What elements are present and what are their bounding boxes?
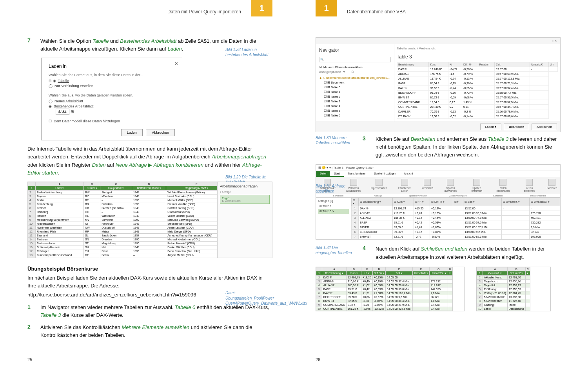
radio-neues-blatt[interactable]: ◯ Neues Arbeitsblatt bbox=[49, 99, 175, 103]
bearbeiten-button[interactable]: Bearbeiten bbox=[504, 124, 529, 130]
navigator-preview: Tabellenansicht Webansicht Table 3 Bezei… bbox=[394, 44, 560, 122]
tree-item[interactable]: ☐ ⊞ Table 4 bbox=[324, 104, 391, 108]
header-title-right: Datenübernahme ohne VBA bbox=[337, 9, 416, 15]
ribbon-item[interactable]: Zeilen beibehalten bbox=[494, 179, 512, 192]
abbrechen-button[interactable]: Abbrechen bbox=[532, 124, 557, 130]
navigator-tree: Navigator 🔍 ☑ Mehrere Elemente auswählen… bbox=[316, 44, 394, 122]
step-number: 7 bbox=[27, 37, 34, 53]
page-number: 26 bbox=[316, 357, 320, 362]
close-icon[interactable]: × bbox=[175, 60, 178, 67]
dialog-laden-in: × Laden in Wählen Sie das Format aus, in… bbox=[41, 58, 182, 140]
ribbon-item[interactable]: Erweiterter Editor bbox=[396, 179, 413, 192]
paragraph-1: Die Internet-Tabelle wird in das Arbeits… bbox=[27, 145, 272, 177]
tree-item[interactable]: ☑ ⊞ Table 0 bbox=[324, 85, 391, 89]
ribbon-item[interactable]: Verwalten bbox=[422, 179, 433, 192]
subhead-boerse: Übungsbeispiel Börsenkurse bbox=[27, 266, 272, 272]
radio-bestehendes[interactable]: ◉ Bestehendes Arbeitsblatt: bbox=[49, 104, 175, 108]
header-title-left: Daten mit Power Query importieren bbox=[158, 9, 251, 15]
ribbon-item[interactable]: Eigenschaften bbox=[371, 179, 387, 192]
tree-item[interactable]: ☑ ⊞ Table 3 bbox=[324, 100, 391, 103]
laden-button[interactable]: Laden bbox=[121, 129, 143, 136]
tree-item[interactable]: ☐ ⊞ Table 5 bbox=[324, 109, 391, 113]
ribbon-item[interactable]: Zeilen entfernen bbox=[521, 179, 538, 192]
tree-item[interactable]: ☐ ⊞ Table 6 bbox=[324, 114, 391, 117]
tab-datei[interactable]: Datei bbox=[316, 171, 330, 177]
tree-url[interactable]: ▲ ⌂ http://kurse.boerse.ard.de/ard/indiz… bbox=[319, 76, 391, 80]
navigator-dialog: ▫ ✕ Navigator 🔍 ☑ Mehrere Elemente auswä… bbox=[316, 37, 561, 132]
checkbox-datenmodell[interactable]: ☐ Dem Datenmodell diese Daten hinzufügen bbox=[49, 119, 175, 123]
tab-start[interactable]: Start bbox=[330, 171, 344, 177]
tab-ansicht[interactable]: Ansicht bbox=[400, 171, 417, 177]
search-input[interactable]: 🔍 bbox=[319, 57, 391, 62]
radio-tabelle[interactable]: ⊞ ◉ Tabelle bbox=[49, 79, 175, 83]
query-table-3[interactable]: ⊞ Table 3 ↖ bbox=[318, 209, 349, 214]
window-controls[interactable]: ▫ ✕ bbox=[552, 39, 557, 43]
step-4-row: Bild 1.32 Die eingefügten Tabellen 4 Nac… bbox=[316, 245, 561, 261]
result-sheets: ABCDEFGH1Bezeichnung ▾Kurs ▾+/- ▾Diff. %… bbox=[316, 267, 561, 311]
chapter-tab-right: 1 bbox=[316, 0, 337, 16]
header-right: 1 Datenübernahme ohne VBA bbox=[316, 7, 416, 16]
ribbon-item[interactable]: Sortieren bbox=[547, 179, 557, 192]
tree-item[interactable]: ☐ ⊞ Table 2 bbox=[324, 95, 391, 98]
cell-input[interactable]: $A$1 bbox=[56, 109, 69, 115]
abfrage-item[interactable]: Page1 17 Zeilen geladen bbox=[220, 195, 270, 204]
page-left: Daten mit Power Query importieren 1 7 Wä… bbox=[0, 0, 294, 369]
ribbon-item[interactable]: Spalten entfernen bbox=[468, 179, 486, 192]
arbeitsmappenabfragen-panel: Arbeitsmappenabfragen 1 Abfrage Page1 17… bbox=[217, 182, 272, 258]
caption-1-32: Bild 1.32 Die eingefügten Tabellen bbox=[316, 245, 355, 261]
step-3-row: Bild 1.30 Mehrere Tabellen auswählen 3 K… bbox=[316, 135, 561, 159]
result-sheet-2: ABC1Column1 ▾Column2 ▾ ▾2Aktueller Kurs:… bbox=[476, 267, 551, 311]
page-number: 25 bbox=[27, 357, 32, 362]
query-table-0[interactable]: ⊞ Table 0 bbox=[318, 204, 349, 209]
radio-verbindung[interactable]: ◯ Nur Verbindung erstellen bbox=[49, 84, 175, 88]
power-query-editor: ⊞ 🙂 ▾ ▾ | Table 3 - Power Query-Editor D… bbox=[316, 164, 561, 240]
caption-1-30: Bild 1.30 Mehrere Tabellen auswählen bbox=[316, 135, 355, 159]
chapter-tab-left: 1 bbox=[251, 0, 272, 16]
step-2: 2 Aktivieren Sie das Kontrollkästchen Me… bbox=[27, 324, 272, 339]
abfragen-panel: Abfragen [2] ⊞ Table 0 ⊞ Table 3 ↖ bbox=[316, 198, 351, 239]
ribbon-item[interactable]: Spalten auswählen bbox=[442, 179, 459, 192]
page-right: 1 Datenübernahme ohne VBA ▫ ✕ Navigator … bbox=[294, 0, 588, 369]
tree-item[interactable]: ☐ ⊞ Document bbox=[324, 81, 391, 84]
tab-transformieren[interactable]: Transformieren bbox=[344, 171, 370, 177]
caption-1-28: Bild 1.28 Laden in bestehendes Arbeitsbl… bbox=[225, 47, 272, 57]
excel-sheet-laender: ABCDEF1Land ▾Kürzel ▾Hauptstadt ▾BeiMrit… bbox=[27, 182, 272, 258]
tab-spalte hinzufügen[interactable]: Spalte hinzufügen bbox=[370, 171, 400, 177]
abbrechen-button[interactable]: Abbrechen bbox=[146, 129, 175, 136]
laden-button[interactable]: Laden ▾ bbox=[480, 124, 501, 130]
caption-1-31: Bild 1.31 Abfrage auswählen bbox=[316, 184, 355, 194]
paragraph-boerse: Im nächsten Beispiel laden Sie den aktue… bbox=[27, 274, 272, 290]
header-left: Daten mit Power Query importieren 1 bbox=[158, 7, 272, 16]
result-sheet-1: ABCDEFGH1Bezeichnung ▾Kurs ▾+/- ▾Diff. %… bbox=[316, 267, 465, 311]
tree-item[interactable]: ☐ ⊞ Table 1 bbox=[324, 90, 391, 94]
dialog-title: Laden in bbox=[49, 64, 175, 69]
file-note: Datei: Übungsdateien_Pool\Power Query\Po… bbox=[225, 290, 272, 306]
checkbox-mehrere[interactable]: ☑ Mehrere Elemente auswählen bbox=[319, 65, 391, 69]
